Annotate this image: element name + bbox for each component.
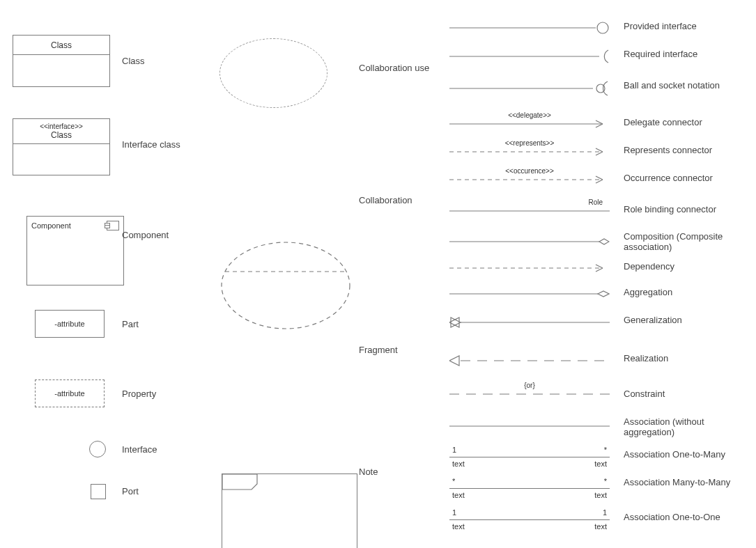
property-text: -attribute [54,389,84,398]
represents-connector: <<represents>> [449,139,610,159]
collaboration-use-label: Collaboration use [359,63,429,73]
realization-label: Realization [624,353,749,363]
association-connector [449,421,610,431]
delegate-label: Delegate connector [624,117,749,127]
realization-connector [449,355,610,368]
property-shape: -attribute [35,379,105,407]
note-label: Note [359,467,378,477]
assoc-one-one-label: Association One-to-One [624,512,749,522]
constraint-connector: {or} [449,382,610,399]
part-label: Part [122,319,139,329]
port-label: Port [122,486,139,496]
property-label: Property [122,389,156,399]
part-shape: -attribute [35,310,105,338]
constraint-label: Constraint [624,389,749,399]
interface-class-shape: <<interface>> Class [13,118,110,175]
dependency-label: Dependency [624,261,749,272]
collaboration-label: Collaboration [359,195,412,205]
represents-stereo: <<represents>> [449,139,610,147]
generalization-connector [449,317,610,330]
delegate-connector: <<delegate>> [449,111,610,131]
role-binding-connector: Role [449,198,610,216]
required-interface-connector [449,49,610,66]
svg-point-6 [596,84,605,93]
interface-label: Interface [122,444,157,455]
svg-point-0 [222,242,350,329]
constraint-text: {or} [449,382,610,389]
a1m-right: * [604,446,607,454]
ball-socket-label: Ball and socket notation [624,80,749,91]
class-title: Class [51,40,72,50]
represents-label: Represents connector [624,145,749,155]
component-title: Component [31,221,71,230]
amm-left: * [452,477,455,485]
assoc-one-one: 11 texttext [449,508,610,532]
required-interface-label: Required interface [624,49,749,59]
port-shape [91,484,106,499]
interface-class-title: Class [51,130,72,140]
assoc-one-many-label: Association One-to-Many [624,449,749,460]
provided-interface-connector [449,21,610,37]
a11-bl: text [452,522,465,531]
interface-stereotype: <<interface>> [40,123,83,130]
class-label: Class [122,56,145,66]
component-label: Component [122,230,169,240]
a1m-br: text [594,460,607,468]
a11-left: 1 [452,508,456,517]
aggregation-label: Aggregation [624,287,749,297]
assoc-one-many: 1* texttext [449,446,610,469]
fragment-label: Fragment [359,345,398,355]
amm-right: * [604,477,607,485]
fragment-shape [222,473,357,548]
delegate-stereo: <<delegate>> [449,111,610,119]
interface-shape [89,441,106,457]
role-text: Role [449,198,610,206]
generalization-label: Generalization [624,315,749,325]
amm-bl: text [452,491,465,499]
occurrence-label: Occurrence connector [624,173,749,183]
composition-connector [449,237,610,249]
assoc-many-many: ** texttext [449,477,610,501]
a11-br: text [594,522,607,531]
a1m-bl: text [452,460,465,468]
association-label: Association (without aggregation) [624,416,749,437]
svg-point-3 [597,22,608,33]
a1m-left: 1 [452,446,456,454]
assoc-many-many-label: Association Many-to-Many [624,477,749,487]
aggregation-connector [449,289,610,301]
role-binding-label: Role binding connector [624,204,749,214]
provided-interface-label: Provided interface [624,21,749,31]
part-text: -attribute [54,320,84,328]
amm-br: text [594,491,607,499]
a11-right: 1 [603,508,607,517]
class-shape: Class [13,35,110,87]
component-icon [107,221,119,230]
component-shape: Component [26,216,124,285]
occurrence-stereo: <<occurence>> [449,167,610,175]
interface-class-label: Interface class [122,139,180,150]
composition-label: Composition (Composite association) [624,231,749,252]
dependency-connector [449,263,610,275]
occurrence-connector: <<occurence>> [449,167,610,187]
collaboration-shape [219,240,352,331]
ball-socket-connector [449,80,610,99]
collaboration-use-shape [219,38,327,108]
